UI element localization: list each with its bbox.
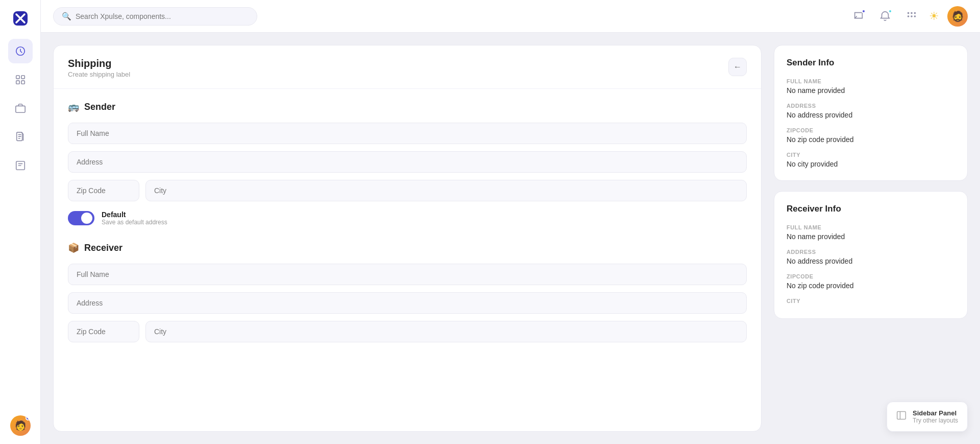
svg-point-13: [914, 15, 916, 17]
sidebar-panel-hint-text: Sidebar Panel Try other layouts: [913, 409, 958, 424]
form-panel-header: Shipping Create shipping label ←: [54, 45, 761, 89]
apps-icon-button[interactable]: [902, 7, 921, 26]
sidebar-item-grid[interactable]: [8, 67, 33, 92]
sender-info-address-label: ADDRESS: [787, 103, 955, 109]
receiver-info-address-value: No address provided: [787, 257, 955, 265]
bell-notification-dot: [888, 9, 892, 13]
theme-toggle-button[interactable]: ☀: [929, 10, 939, 23]
sidebar-panel-hint-subtitle: Try other layouts: [913, 417, 958, 424]
receiver-info-fullname: FULL NAME No name provided: [787, 224, 955, 241]
sender-address-input[interactable]: [68, 151, 747, 173]
sidebar-item-briefcase[interactable]: [8, 96, 33, 121]
receiver-info-address-label: ADDRESS: [787, 249, 955, 255]
sidebar-panel-hint-title: Sidebar Panel: [913, 409, 958, 417]
receiver-info-zipcode-value: No zip code provided: [787, 282, 955, 290]
sender-info-city-value: No city provided: [787, 160, 955, 168]
topbar: 🔍: [41, 0, 980, 33]
sender-info-zipcode: ZIPCODE No zip code provided: [787, 127, 955, 144]
back-button[interactable]: ←: [728, 58, 747, 76]
svg-rect-4: [21, 81, 24, 84]
sender-default-toggle[interactable]: [68, 211, 94, 225]
sender-fullname-input[interactable]: [68, 123, 747, 144]
receiver-address-input[interactable]: [68, 292, 747, 314]
svg-point-10: [914, 12, 916, 14]
sender-info-zipcode-label: ZIPCODE: [787, 127, 955, 133]
receiver-info-fullname-label: FULL NAME: [787, 224, 955, 230]
svg-point-12: [911, 15, 913, 17]
sender-section: 🚌 Sender: [68, 101, 747, 226]
form-panel-titles: Shipping Create shipping label: [68, 58, 130, 78]
sender-section-title: 🚌 Sender: [68, 101, 747, 112]
receiver-fullname-input[interactable]: [68, 264, 747, 285]
sidebar-panel-hint-icon: [896, 410, 906, 423]
receiver-info-city: CITY: [787, 298, 955, 304]
info-panels: Sender Info FULL NAME No name provided A…: [774, 45, 968, 432]
form-panel-subtitle: Create shipping label: [68, 71, 130, 78]
receiver-city-input[interactable]: [145, 321, 747, 342]
sender-info-title: Sender Info: [787, 58, 955, 68]
svg-rect-1: [16, 76, 19, 79]
search-icon: 🔍: [62, 12, 71, 21]
sender-default-toggle-row: Default Save as default address: [68, 211, 747, 226]
receiver-info-title: Receiver Info: [787, 204, 955, 214]
receiver-info-address: ADDRESS No address provided: [787, 249, 955, 265]
sender-zip-city-row: [68, 180, 747, 201]
main-wrapper: 🔍: [41, 0, 980, 444]
sender-icon: 🚌: [68, 101, 79, 112]
receiver-info-fullname-value: No name provided: [787, 232, 955, 241]
form-panel-title: Shipping: [68, 58, 130, 69]
search-input[interactable]: [76, 12, 249, 20]
receiver-info-city-label: CITY: [787, 298, 955, 304]
sender-city-input[interactable]: [145, 180, 747, 201]
receiver-icon: 📦: [68, 242, 79, 253]
sidebar-panel-hint[interactable]: Sidebar Panel Try other layouts: [887, 402, 968, 432]
sender-default-sublabel: Save as default address: [102, 219, 167, 226]
chat-icon-button[interactable]: [849, 7, 868, 26]
sidebar-item-document[interactable]: [8, 125, 33, 149]
receiver-fullname-row: [68, 264, 747, 285]
sender-address-row: [68, 151, 747, 173]
sidebar: 🧑: [0, 0, 41, 444]
sidebar-user-avatar[interactable]: 🧑: [10, 415, 31, 436]
bell-icon-button[interactable]: [876, 7, 894, 26]
receiver-address-row: [68, 292, 747, 314]
topbar-user-avatar[interactable]: 🧔: [947, 6, 968, 27]
search-box[interactable]: 🔍: [53, 7, 257, 26]
receiver-section-title: 📦 Receiver: [68, 242, 747, 253]
form-panel: Shipping Create shipping label ← 🚌 Sende…: [53, 45, 762, 432]
sender-default-label: Default: [102, 211, 167, 219]
svg-point-11: [908, 15, 910, 17]
receiver-section: 📦 Receiver: [68, 242, 747, 342]
receiver-info-zipcode-label: ZIPCODE: [787, 273, 955, 279]
chat-notification-dot: [862, 9, 866, 13]
sender-default-label-group: Default Save as default address: [102, 211, 167, 226]
sender-zipcode-input[interactable]: [68, 180, 139, 201]
app-logo[interactable]: [10, 8, 31, 29]
receiver-zip-city-row: [68, 321, 747, 342]
svg-rect-3: [16, 81, 19, 84]
sender-info-zipcode-value: No zip code provided: [787, 135, 955, 144]
sender-info-fullname: FULL NAME No name provided: [787, 78, 955, 95]
sidebar-item-dashboard[interactable]: [8, 39, 33, 63]
sender-info-city-label: CITY: [787, 152, 955, 158]
svg-rect-5: [15, 106, 24, 112]
svg-rect-14: [897, 412, 906, 419]
svg-point-8: [908, 12, 910, 14]
sender-info-city: CITY No city provided: [787, 152, 955, 168]
sender-info-fullname-label: FULL NAME: [787, 78, 955, 84]
sender-info-fullname-value: No name provided: [787, 86, 955, 95]
sidebar-item-sticky[interactable]: [8, 153, 33, 178]
avatar-notification-dot: [26, 415, 31, 420]
sender-info-address: ADDRESS No address provided: [787, 103, 955, 119]
receiver-info-card: Receiver Info FULL NAME No name provided…: [774, 191, 968, 319]
svg-rect-2: [21, 76, 24, 79]
content-area: Shipping Create shipping label ← 🚌 Sende…: [41, 33, 980, 444]
sender-info-address-value: No address provided: [787, 111, 955, 119]
receiver-info-zipcode: ZIPCODE No zip code provided: [787, 273, 955, 290]
form-panel-body: 🚌 Sender: [54, 89, 761, 431]
topbar-right: ☀ 🧔: [849, 6, 968, 27]
svg-point-9: [911, 12, 913, 14]
sender-info-card: Sender Info FULL NAME No name provided A…: [774, 45, 968, 181]
sender-fullname-row: [68, 123, 747, 144]
receiver-zipcode-input[interactable]: [68, 321, 139, 342]
